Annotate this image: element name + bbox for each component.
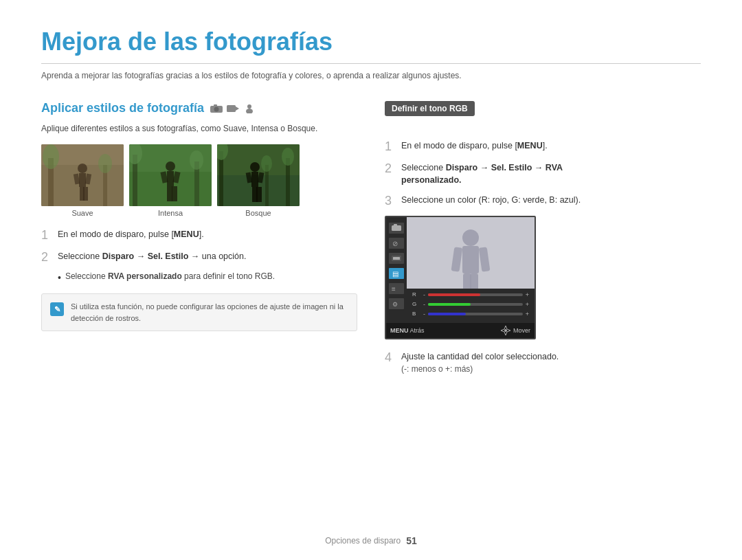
svg-rect-14 [79, 173, 86, 187]
right-column: Definir el tono RGB 1 En el modo de disp… [385, 101, 701, 383]
bullet-dot: • [58, 271, 61, 284]
left-step-1: 1 En el modo de disparo, pulse [MENU]. [41, 228, 357, 243]
svg-text:≡: ≡ [392, 285, 396, 293]
svg-text:⊘: ⊘ [392, 240, 398, 247]
svg-rect-49 [393, 257, 400, 260]
section-title-text: Aplicar estilos de fotografía [41, 101, 204, 115]
svg-point-5 [247, 104, 251, 109]
photo-item-bosque: Bosque [217, 144, 300, 217]
cam-icon-1 [389, 223, 404, 234]
left-bullet: • Seleccione RVA personalizado para defi… [58, 271, 357, 284]
photo-bosque [217, 144, 300, 206]
page-footer: Opciones de disparo 51 [0, 535, 742, 546]
slider-fill-b [428, 313, 466, 315]
video-icon [226, 104, 240, 113]
svg-point-25 [166, 161, 175, 171]
right-step-2-num: 2 [385, 161, 397, 188]
photo-label-intensa: Intensa [158, 209, 183, 217]
right-step-2: 2 Seleccione Disparo → Sel. Estilo → RVA… [385, 161, 701, 188]
svg-point-12 [98, 154, 112, 173]
svg-rect-26 [167, 171, 174, 186]
svg-text:⚙: ⚙ [392, 301, 398, 308]
svg-point-13 [78, 164, 87, 173]
svg-rect-18 [83, 187, 88, 201]
right-step-4: 4 Ajuste la cantidad del color seleccion… [385, 350, 701, 377]
svg-text:▤: ▤ [392, 270, 398, 278]
camera-bottom-mover: Mover [513, 327, 530, 334]
camera-bottom-right: Mover [500, 325, 530, 336]
right-step-3: 3 Seleccione un color (R: rojo, G: verde… [385, 194, 701, 209]
slider-label-b: B [412, 311, 420, 317]
right-step-4-num: 4 [385, 350, 397, 377]
left-step-2-text: Seleccione Disparo → Sel. Estilo → una o… [58, 250, 357, 265]
right-step-2-text: Seleccione Disparo → Sel. Estilo → RVA p… [401, 161, 701, 188]
camera-bottom-left: MENU Atrás [390, 327, 425, 334]
right-step-4-container: 4 Ajuste la cantidad del color seleccion… [385, 350, 701, 377]
step2-line2: personalizado. [401, 175, 462, 185]
right-step-4-sub: (-: menos o +: más) [401, 364, 473, 374]
left-step-1-num: 1 [41, 228, 54, 243]
note-icon: ✎ [50, 302, 64, 316]
right-step-1-text: En el modo de disparo, pulse [MENU]. [401, 139, 701, 155]
footer-page-num: 51 [406, 535, 417, 546]
slider-fill-r [428, 293, 480, 296]
camera-sliders: R - + G - + [407, 289, 535, 323]
section-description: Aplique diferentes estilos a sus fotogra… [41, 122, 357, 135]
svg-point-6 [246, 109, 253, 113]
photo-label-suave: Suave [71, 209, 93, 217]
slider-plus-g: + [526, 301, 529, 308]
svg-point-24 [190, 150, 203, 170]
slider-label-g: G [412, 301, 420, 307]
svg-point-10 [43, 144, 59, 169]
right-step-1-num: 1 [385, 139, 397, 155]
camera-bottom-bar: MENU Atrás Mover [386, 323, 535, 338]
cam-icon-3 [389, 253, 404, 264]
definir-badge: Definir el tono RGB [385, 101, 475, 116]
left-column: Aplicar estilos de fotografía [41, 101, 357, 383]
slider-track-r [428, 293, 523, 296]
section-title: Aplicar estilos de fotografía [41, 101, 357, 115]
photo-row: Suave [41, 144, 357, 217]
svg-rect-56 [479, 247, 491, 271]
right-step-3-num: 3 [385, 194, 397, 209]
left-step-2: 2 Seleccione Disparo → Sel. Estilo → una… [41, 250, 357, 265]
slider-label-r: R [412, 291, 420, 298]
cam-icon-4-active: ▤ [389, 268, 404, 279]
svg-rect-29 [167, 186, 172, 201]
left-step-2-num: 2 [41, 250, 54, 265]
cam-icon-6: ⚙ [389, 298, 404, 309]
svg-point-60 [504, 329, 507, 332]
photo-suave [41, 144, 124, 206]
right-steps: 1 En el modo de disparo, pulse [MENU]. 2… [385, 139, 701, 209]
slider-track-b [428, 313, 523, 315]
photo-intensa [129, 144, 212, 206]
slider-row-b: B - + [412, 311, 529, 317]
page-subtitle: Aprenda a mejorar las fotografías gracia… [41, 71, 701, 80]
svg-point-1 [214, 107, 219, 111]
two-column-layout: Aplicar estilos de fotografía [41, 101, 701, 383]
svg-point-36 [282, 148, 294, 166]
nav-cross-icon [500, 325, 511, 336]
slider-row-g: G - + [412, 301, 529, 308]
right-step-1: 1 En el modo de disparo, pulse [MENU]. [385, 139, 701, 155]
slider-minus-g: - [423, 301, 425, 308]
svg-point-53 [462, 229, 479, 246]
bullet-text: Seleccione RVA personalizado para defini… [65, 271, 275, 284]
slider-plus-r: + [526, 291, 529, 298]
section-icons [210, 104, 256, 113]
svg-rect-30 [172, 186, 177, 201]
cam-icon-2: ⊘ [389, 238, 404, 249]
note-box: ✎ Si utiliza esta función, no puede conf… [41, 293, 357, 331]
photo-item-suave: Suave [41, 144, 124, 217]
svg-marker-4 [236, 107, 239, 111]
svg-point-38 [261, 155, 272, 172]
camera-icon [210, 104, 223, 113]
svg-rect-2 [214, 104, 217, 107]
svg-rect-45 [392, 225, 401, 231]
slider-fill-g [428, 303, 471, 306]
slider-plus-b: + [526, 311, 529, 317]
note-text: Si utiliza esta función, no puede config… [71, 301, 348, 324]
svg-rect-46 [394, 224, 397, 226]
svg-rect-44 [256, 187, 262, 202]
slider-row-r: R - + [412, 291, 529, 298]
